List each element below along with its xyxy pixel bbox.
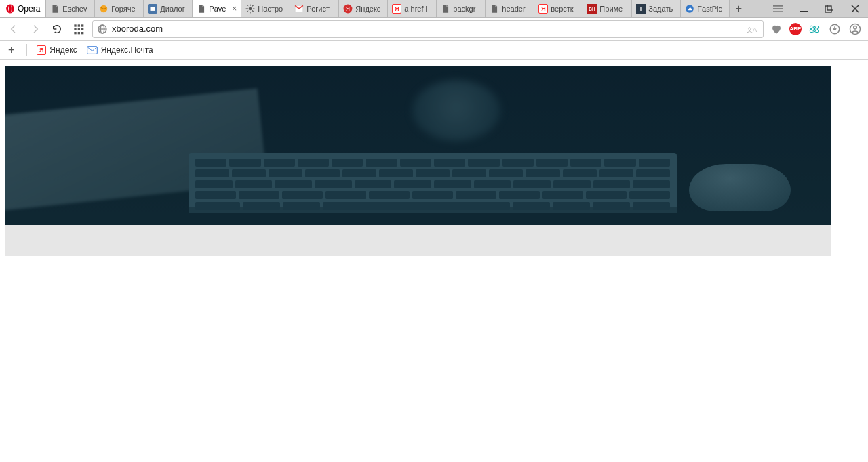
browser-tab[interactable]: Яверстк bbox=[534, 0, 583, 17]
tab-label: Задать bbox=[648, 5, 676, 13]
mail-icon bbox=[87, 45, 98, 55]
svg-rect-9 bbox=[246, 8, 248, 9]
vk-icon bbox=[148, 4, 157, 14]
arrow-left-icon bbox=[8, 24, 19, 35]
ball-icon bbox=[99, 4, 108, 14]
svg-point-41 bbox=[814, 28, 816, 30]
browser-tab[interactable]: header bbox=[486, 0, 534, 17]
new-tab-button[interactable]: + bbox=[730, 0, 747, 17]
svg-rect-25 bbox=[773, 11, 783, 12]
svg-rect-10 bbox=[253, 8, 254, 9]
window-close-button[interactable] bbox=[842, 0, 868, 17]
tab-label: Диалог bbox=[160, 5, 188, 13]
site-info-icon[interactable] bbox=[97, 24, 108, 35]
bookmark-yandex-mail[interactable]: Яндекс.Почта bbox=[87, 45, 153, 55]
tab-label: Яндекс bbox=[355, 5, 383, 13]
svg-rect-27 bbox=[825, 6, 831, 12]
svg-rect-29 bbox=[74, 24, 76, 26]
y-icon: Я bbox=[538, 4, 548, 14]
tab-strip: Opera EschevГорячеДиалогPave×НастроРегис… bbox=[0, 0, 868, 18]
opera-menu[interactable]: Opera bbox=[0, 0, 46, 17]
svg-rect-32 bbox=[74, 28, 76, 30]
add-bookmark-button[interactable]: + bbox=[5, 44, 17, 56]
doc-icon bbox=[197, 4, 206, 14]
svg-rect-13 bbox=[252, 5, 254, 6]
user-icon bbox=[849, 23, 861, 35]
y-icon: Я bbox=[392, 4, 401, 14]
window-minimize-button[interactable] bbox=[791, 0, 816, 17]
download-icon bbox=[829, 23, 841, 35]
browser-tab[interactable]: TЗадать bbox=[632, 0, 681, 17]
browser-tab[interactable]: FastPic bbox=[681, 0, 730, 17]
reload-icon bbox=[52, 24, 62, 35]
browser-tab[interactable]: ЯЯндекс bbox=[339, 0, 388, 17]
adblock-plus-extension[interactable]: ABP bbox=[789, 23, 802, 35]
browser-tab[interactable]: Яa href i bbox=[388, 0, 437, 17]
browser-tab[interactable]: Диалог bbox=[144, 0, 193, 17]
svg-rect-23 bbox=[773, 5, 783, 6]
nav-back-button[interactable] bbox=[5, 21, 22, 37]
browser-tab[interactable]: backgr bbox=[437, 0, 486, 17]
tab-label: Pave bbox=[209, 5, 229, 13]
tab-close-button[interactable]: × bbox=[232, 4, 237, 14]
bookmark-label: Яндекс.Почта bbox=[101, 45, 153, 55]
svg-point-2 bbox=[9, 5, 12, 12]
url-box[interactable]: 文A bbox=[92, 20, 764, 38]
svg-rect-7 bbox=[250, 4, 251, 5]
profile-button[interactable] bbox=[848, 22, 863, 37]
tab-label: Настро bbox=[258, 5, 285, 13]
tab-label: Горяче bbox=[111, 5, 139, 13]
bookmark-heart-button[interactable] bbox=[769, 22, 784, 37]
browser-tab[interactable]: Регист bbox=[290, 0, 339, 17]
tab-label: Приме bbox=[599, 5, 627, 13]
svg-rect-33 bbox=[78, 28, 80, 30]
page-body bbox=[5, 66, 831, 256]
opera-logo-icon bbox=[5, 4, 15, 14]
hero-decor-mouse bbox=[689, 164, 791, 211]
svg-rect-47 bbox=[87, 46, 97, 54]
tab-label: backgr bbox=[453, 5, 481, 13]
hero-banner bbox=[5, 66, 831, 225]
svg-rect-26 bbox=[800, 11, 808, 12]
doc-icon bbox=[50, 4, 60, 14]
atom-icon bbox=[808, 23, 821, 35]
bookmark-yandex[interactable]: Я Яндекс bbox=[37, 45, 77, 55]
browser-tab[interactable]: Eschev bbox=[46, 0, 95, 17]
bookmark-label: Яндекс bbox=[50, 45, 77, 55]
svg-rect-12 bbox=[252, 9, 254, 11]
tab-label: FastPic bbox=[697, 5, 725, 13]
tab-label: header bbox=[502, 5, 530, 13]
svg-rect-31 bbox=[81, 24, 83, 26]
url-input[interactable] bbox=[112, 24, 743, 34]
browser-tab[interactable]: Горяче bbox=[95, 0, 144, 17]
t-icon: T bbox=[636, 4, 646, 14]
bookmarks-bar: + Я Яндекс Яндекс.Почта bbox=[0, 41, 868, 60]
translate-icon[interactable]: 文A bbox=[747, 24, 759, 34]
svg-rect-14 bbox=[247, 9, 248, 11]
opera-menu-label: Opera bbox=[18, 4, 40, 14]
svg-rect-30 bbox=[78, 24, 80, 26]
ybadge-icon: Я bbox=[343, 4, 353, 14]
window-menu-button[interactable] bbox=[765, 0, 791, 17]
svg-text:BH: BH bbox=[589, 6, 596, 11]
svg-rect-24 bbox=[773, 8, 783, 9]
svg-text:Я: Я bbox=[346, 5, 350, 12]
svg-point-46 bbox=[854, 26, 857, 29]
page-viewport bbox=[0, 60, 868, 462]
extension-button[interactable] bbox=[807, 22, 822, 37]
speed-dial-button[interactable] bbox=[71, 21, 87, 37]
address-bar: 文A ABP bbox=[0, 18, 868, 41]
svg-rect-28 bbox=[827, 5, 833, 10]
doc-icon bbox=[441, 4, 450, 14]
downloads-button[interactable] bbox=[827, 22, 842, 37]
nav-forward-button[interactable] bbox=[27, 21, 43, 37]
window-maximize-button[interactable] bbox=[816, 0, 842, 17]
browser-tab[interactable]: Pave× bbox=[193, 0, 241, 17]
heart-icon bbox=[770, 23, 783, 35]
svg-point-6 bbox=[249, 7, 252, 10]
nav-reload-button[interactable] bbox=[49, 21, 65, 37]
browser-tab[interactable]: Настро bbox=[241, 0, 290, 17]
tab-label: верстк bbox=[551, 5, 578, 13]
browser-tab[interactable]: BHПриме bbox=[583, 0, 632, 17]
maximize-icon bbox=[825, 5, 833, 13]
